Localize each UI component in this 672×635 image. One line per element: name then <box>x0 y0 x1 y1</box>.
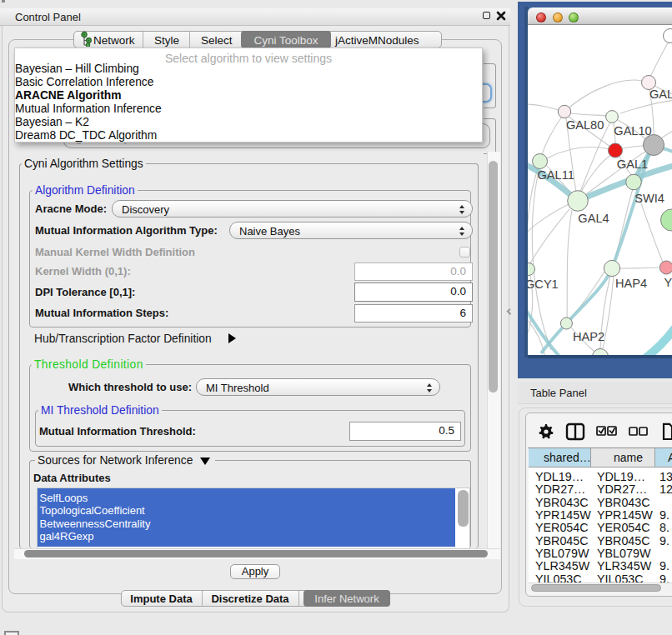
svg-text:GAL4: GAL4 <box>578 212 609 225</box>
svg-text:HAP4: HAP4 <box>615 277 647 290</box>
svg-text:HAP2: HAP2 <box>573 330 604 343</box>
svg-text:Y: Y <box>664 276 672 289</box>
svg-text:GCY1: GCY1 <box>528 278 559 291</box>
svg-text:SWI4: SWI4 <box>634 192 664 205</box>
svg-text:GAL10: GAL10 <box>614 124 651 138</box>
svg-text:GAL1: GAL1 <box>617 158 648 171</box>
svg-text:GAL11: GAL11 <box>538 168 574 182</box>
svg-text:GAL80: GAL80 <box>566 118 604 132</box>
svg-text:GAL7: GAL7 <box>649 88 672 101</box>
